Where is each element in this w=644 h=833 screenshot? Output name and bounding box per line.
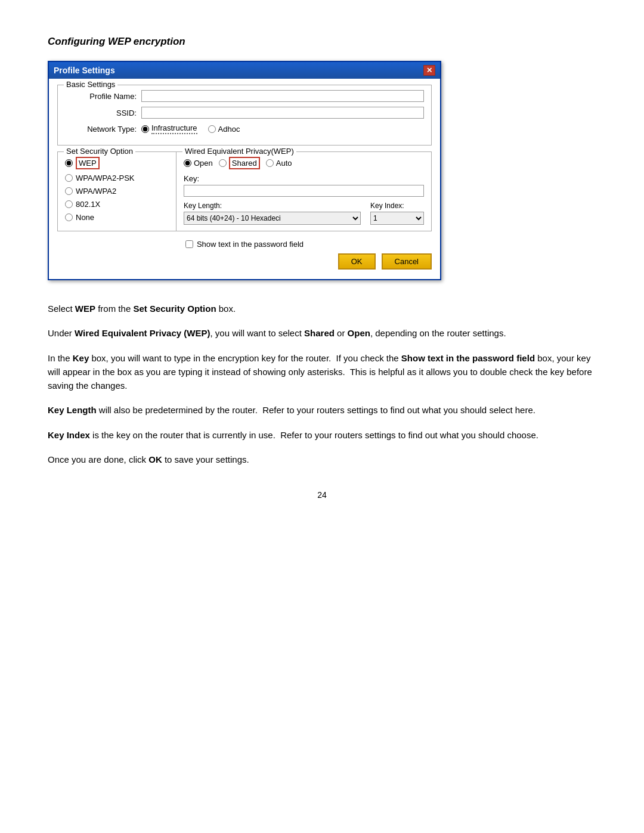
wep-option[interactable]: WEP (65, 157, 169, 169)
button-row: OK Cancel (338, 253, 432, 270)
page-title: Configuring WEP encryption (48, 36, 596, 48)
ok-button[interactable]: OK (338, 253, 376, 270)
adhoc-option[interactable]: Adhoc (208, 125, 240, 134)
dialog-body: Basic Settings Profile Name: SSID: Netwo… (49, 79, 440, 279)
8021x-label: 802.1X (76, 200, 100, 209)
basic-settings-group: Basic Settings Profile Name: SSID: Netwo… (57, 85, 432, 145)
wpa-psk-radio[interactable] (65, 174, 73, 182)
dialog-close-button[interactable]: ✕ (423, 65, 435, 76)
paragraph-3: In the Key box, you will want to type in… (48, 351, 596, 393)
key-options-row: Key Length: 64 bits (40+24) - 10 Hexadec… (184, 202, 424, 225)
wep-group-label: Wired Equivalent Privacy(WEP) (182, 147, 296, 156)
infrastructure-radio[interactable] (141, 125, 149, 133)
paragraph-1: Select WEP from the Set Security Option … (48, 302, 596, 315)
open-label: Open (194, 159, 213, 168)
key-input[interactable] (184, 185, 424, 197)
basic-settings-label: Basic Settings (64, 80, 117, 89)
profile-name-label: Profile Name: (65, 92, 137, 101)
show-text-label: Show text in the password field (197, 240, 304, 249)
wpa-option[interactable]: WPA/WPA2 (65, 187, 169, 196)
ssid-input[interactable] (141, 107, 424, 119)
wep-settings-group: Wired Equivalent Privacy(WEP) Open Share… (177, 151, 432, 231)
open-option[interactable]: Open (184, 159, 213, 168)
ssid-row: SSID: (65, 107, 424, 119)
key-index-select[interactable]: 1 2 3 4 (370, 212, 424, 225)
infrastructure-option[interactable]: Infrastructure (141, 123, 197, 134)
profile-name-input[interactable] (141, 90, 424, 102)
wpa-psk-option[interactable]: WPA/WPA2-PSK (65, 174, 169, 182)
paragraph-4: Key Length will also be predetermined by… (48, 403, 596, 417)
network-type-radio-group: Infrastructure Adhoc (141, 123, 240, 134)
open-radio[interactable] (184, 159, 191, 167)
page-number: 24 (48, 490, 596, 500)
shared-label: Shared (229, 157, 260, 169)
show-text-row: Show text in the password field (185, 240, 304, 249)
dialog-title: Profile Settings (54, 66, 115, 75)
none-label: None (76, 213, 94, 222)
key-length-select[interactable]: 64 bits (40+24) - 10 Hexadeci 128 bits (… (184, 212, 361, 225)
cancel-button[interactable]: Cancel (382, 253, 432, 270)
shared-option[interactable]: Shared (219, 157, 260, 169)
key-label: Key: (184, 174, 424, 183)
key-length-label: Key Length: (184, 202, 361, 210)
none-radio[interactable] (65, 213, 73, 221)
profile-name-row: Profile Name: (65, 90, 424, 102)
ssid-label: SSID: (65, 109, 137, 117)
8021x-radio[interactable] (65, 200, 73, 208)
profile-settings-dialog: Profile Settings ✕ Basic Settings Profil… (48, 61, 441, 280)
adhoc-label: Adhoc (218, 125, 240, 134)
wep-auth-row: Open Shared Auto (184, 157, 424, 169)
key-index-label: Key Index: (370, 202, 424, 210)
auto-option[interactable]: Auto (266, 159, 292, 168)
security-option-group: Set Security Option WEP WPA/WPA2-PSK WPA… (57, 151, 177, 231)
shared-radio[interactable] (219, 159, 227, 167)
auto-radio[interactable] (266, 159, 274, 167)
network-type-label: Network Type: (65, 125, 137, 134)
security-wep-section: Set Security Option WEP WPA/WPA2-PSK WPA… (57, 151, 432, 231)
key-index-col: Key Index: 1 2 3 4 (370, 202, 424, 225)
dialog-bottom: Show text in the password field OK Cance… (57, 236, 432, 271)
wpa-label: WPA/WPA2 (76, 187, 116, 196)
paragraph-6: Once you are done, click OK to save your… (48, 453, 596, 466)
wpa-psk-label: WPA/WPA2-PSK (76, 174, 134, 182)
infrastructure-label: Infrastructure (151, 123, 197, 134)
key-length-col: Key Length: 64 bits (40+24) - 10 Hexadec… (184, 202, 361, 225)
none-option[interactable]: None (65, 213, 169, 222)
paragraph-2: Under Wired Equivalent Privacy (WEP), yo… (48, 326, 596, 340)
paragraph-5: Key Index is the key on the router that … (48, 428, 596, 442)
security-option-label: Set Security Option (64, 147, 135, 156)
adhoc-radio[interactable] (208, 125, 216, 133)
auto-label: Auto (276, 159, 292, 168)
dialog-titlebar: Profile Settings ✕ (49, 62, 440, 79)
wep-label: WEP (76, 157, 100, 169)
key-row: Key: (184, 174, 424, 197)
wpa-radio[interactable] (65, 187, 73, 195)
show-text-checkbox[interactable] (185, 240, 193, 248)
wep-radio[interactable] (65, 159, 73, 167)
8021x-option[interactable]: 802.1X (65, 200, 169, 209)
network-type-row: Network Type: Infrastructure Adhoc (65, 123, 424, 134)
